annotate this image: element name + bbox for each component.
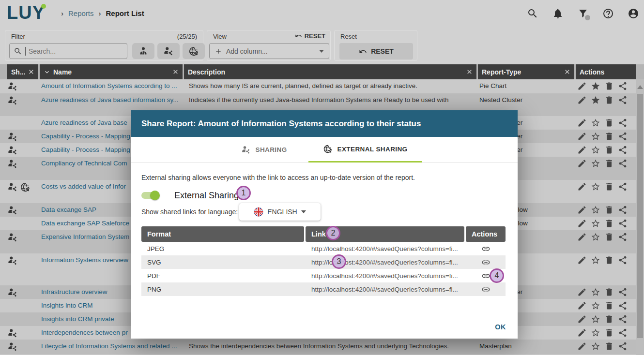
sort-chevron-down-icon[interactable] — [44, 69, 50, 75]
edit-icon[interactable] — [577, 219, 587, 228]
share-icon[interactable] — [618, 81, 628, 91]
share-icon[interactable] — [618, 182, 628, 192]
add-column-dropdown[interactable]: Add column... — [209, 43, 329, 59]
shared-link-url[interactable]: http://localhost:4200/#/savedQueries?col… — [306, 272, 466, 280]
favorite-star-icon[interactable] — [591, 232, 600, 242]
report-name-link[interactable]: Amount of Information Systems according … — [41, 79, 185, 89]
edit-icon[interactable] — [577, 118, 587, 128]
vertical-scrollbar[interactable] — [636, 79, 644, 355]
share-icon[interactable] — [618, 328, 628, 338]
favorite-star-icon[interactable] — [591, 95, 600, 105]
share-icon[interactable] — [618, 159, 628, 168]
share-icon[interactable] — [618, 287, 628, 297]
close-icon[interactable] — [564, 69, 570, 75]
share-icon[interactable] — [618, 145, 628, 155]
report-name-link[interactable]: Lifecycle of Information Systems and rel… — [41, 340, 185, 350]
column-header-name[interactable]: Name — [40, 64, 183, 79]
delete-icon[interactable] — [604, 341, 614, 351]
external-shared-reports-button[interactable] — [183, 43, 205, 59]
edit-icon[interactable] — [577, 232, 587, 242]
share-icon[interactable] — [618, 132, 628, 141]
edit-icon[interactable] — [577, 301, 587, 311]
account-icon[interactable] — [628, 8, 639, 19]
reset-button[interactable]: RESET — [339, 43, 413, 59]
shared-reports-button[interactable] — [157, 43, 180, 59]
share-icon[interactable] — [618, 301, 628, 311]
share-icon[interactable] — [618, 255, 628, 265]
edit-icon[interactable] — [577, 205, 587, 215]
share-icon[interactable] — [618, 314, 628, 324]
notifications-bell-icon[interactable] — [552, 8, 564, 19]
copy-link-icon[interactable] — [481, 271, 491, 281]
favorite-star-icon[interactable] — [591, 205, 600, 215]
column-header-report-type[interactable]: Report-Type — [478, 64, 574, 79]
external-sharing-toggle[interactable] — [141, 192, 158, 199]
favorite-star-icon[interactable] — [591, 328, 600, 338]
delete-icon[interactable] — [604, 159, 614, 168]
copy-link-icon[interactable] — [481, 244, 491, 253]
favorite-star-icon[interactable] — [591, 255, 600, 265]
shared-link-url[interactable]: http://localhost:4200/#/savedQueries?col… — [306, 259, 466, 266]
scrollbar-thumb[interactable] — [637, 94, 643, 338]
shared-link-url[interactable]: http://localhost:4200/#/savedQueries?col… — [306, 245, 466, 252]
copy-link-icon[interactable] — [481, 258, 491, 267]
delete-icon[interactable] — [604, 255, 614, 265]
favorite-star-icon[interactable] — [591, 81, 600, 91]
delete-icon[interactable] — [604, 328, 614, 338]
favorite-star-icon[interactable] — [591, 287, 600, 297]
close-icon[interactable] — [172, 69, 179, 75]
delete-icon[interactable] — [604, 205, 614, 215]
my-reports-button[interactable] — [132, 43, 154, 59]
language-dropdown[interactable]: ENGLISH — [239, 203, 321, 221]
tab-external-sharing[interactable]: EXTERNAL SHARING — [308, 137, 422, 163]
scroll-up-arrow[interactable] — [637, 85, 643, 89]
help-icon[interactable] — [602, 8, 614, 19]
share-icon[interactable] — [618, 118, 628, 128]
favorite-star-icon[interactable] — [591, 314, 600, 324]
edit-icon[interactable] — [577, 159, 587, 168]
edit-icon[interactable] — [577, 145, 587, 155]
edit-icon[interactable] — [577, 132, 587, 141]
share-icon[interactable] — [618, 341, 628, 351]
share-icon[interactable] — [618, 232, 628, 242]
favorite-star-icon[interactable] — [591, 182, 600, 192]
edit-icon[interactable] — [577, 341, 587, 351]
close-icon[interactable] — [28, 69, 34, 75]
favorite-star-icon[interactable] — [591, 145, 600, 155]
favorite-star-icon[interactable] — [591, 341, 600, 351]
favorite-star-icon[interactable] — [591, 159, 600, 168]
app-logo[interactable]: LUY — [7, 2, 45, 23]
edit-icon[interactable] — [577, 255, 587, 265]
edit-icon[interactable] — [577, 81, 587, 91]
delete-icon[interactable] — [604, 95, 614, 105]
favorite-star-icon[interactable] — [591, 301, 600, 311]
report-name-link[interactable]: Azure readiness of Java based informatio… — [41, 93, 185, 104]
delete-icon[interactable] — [604, 81, 614, 91]
breadcrumb-reports[interactable]: Reports — [68, 9, 94, 17]
share-icon[interactable] — [618, 219, 628, 228]
delete-icon[interactable] — [604, 287, 614, 297]
filter-funnel-icon[interactable] — [577, 8, 589, 19]
search-input[interactable] — [29, 47, 116, 55]
copy-link-icon[interactable] — [481, 285, 491, 294]
shared-link-url[interactable]: http://localhost:4200/#/savedQueries?col… — [306, 286, 466, 293]
delete-icon[interactable] — [604, 118, 614, 128]
column-header-description[interactable]: Description — [184, 64, 476, 79]
delete-icon[interactable] — [604, 232, 614, 242]
close-icon[interactable] — [466, 69, 473, 75]
column-header-shared[interactable]: Sh... — [7, 64, 38, 79]
delete-icon[interactable] — [604, 145, 614, 155]
edit-icon[interactable] — [577, 182, 587, 192]
view-reset-link[interactable]: RESET — [295, 32, 325, 40]
share-icon[interactable] — [618, 95, 628, 105]
edit-icon[interactable] — [577, 95, 587, 105]
ok-button[interactable]: OK — [495, 323, 506, 331]
favorite-star-icon[interactable] — [591, 132, 600, 141]
edit-icon[interactable] — [577, 328, 587, 338]
delete-icon[interactable] — [604, 132, 614, 141]
share-icon[interactable] — [618, 205, 628, 215]
delete-icon[interactable] — [604, 314, 614, 324]
edit-icon[interactable] — [577, 314, 587, 324]
delete-icon[interactable] — [604, 182, 614, 192]
tab-sharing[interactable]: SHARING — [227, 137, 302, 163]
